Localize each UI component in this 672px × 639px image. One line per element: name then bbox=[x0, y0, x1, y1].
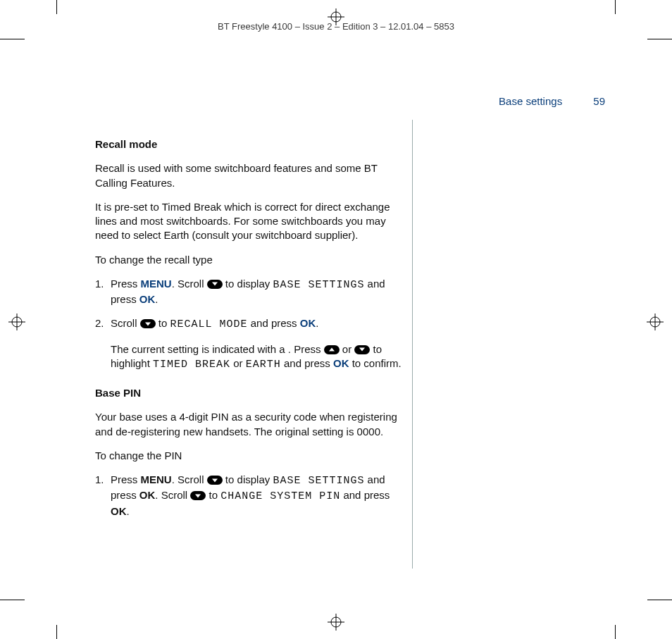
paragraph: To change the recall type bbox=[95, 253, 405, 267]
paragraph: It is pre-set to Timed Break which is co… bbox=[95, 200, 405, 243]
lcd-text: BASE SETTINGS bbox=[273, 279, 364, 291]
text: . Scroll bbox=[155, 489, 190, 501]
lcd-text: EARTH bbox=[246, 359, 281, 371]
text: . bbox=[127, 505, 130, 517]
crop-mark bbox=[647, 600, 672, 600]
registration-mark-icon bbox=[328, 614, 344, 631]
left-column: Recall mode Recall is used with some swi… bbox=[95, 137, 405, 528]
crop-mark bbox=[0, 39, 25, 39]
document-header: BT Freestyle 4100 – Issue 2 – Edition 3 … bbox=[0, 21, 672, 32]
key-ok: OK bbox=[111, 505, 127, 517]
lcd-text: TIMED BREAK bbox=[153, 359, 230, 371]
text: and press bbox=[340, 489, 390, 501]
key-ok: OK bbox=[139, 489, 156, 501]
text: . bbox=[316, 317, 318, 329]
text: to display bbox=[223, 278, 273, 290]
steps-pin: Press MENU. Scroll to display BASE SETTI… bbox=[95, 473, 405, 519]
crop-mark bbox=[647, 39, 672, 39]
registration-mark-icon bbox=[647, 314, 664, 330]
text: . Scroll bbox=[172, 473, 207, 485]
column-divider bbox=[412, 120, 413, 569]
step: Press MENU. Scroll to display BASE SETTI… bbox=[95, 473, 405, 519]
page-number: 59 bbox=[593, 95, 605, 107]
paragraph: To change the PIN bbox=[95, 449, 405, 463]
content-area: Recall mode Recall is used with some swi… bbox=[67, 120, 623, 597]
text: and press bbox=[248, 317, 300, 329]
crop-mark bbox=[615, 0, 616, 14]
text: or bbox=[230, 357, 246, 369]
crop-mark bbox=[56, 625, 57, 639]
down-arrow-key-icon bbox=[190, 491, 206, 500]
crop-mark bbox=[615, 625, 616, 639]
lcd-text: CHANGE SYSTEM PIN bbox=[220, 490, 340, 502]
text: Press bbox=[111, 473, 141, 485]
text: . Scroll bbox=[172, 278, 207, 290]
text: to bbox=[206, 489, 220, 501]
paragraph: The current setting is indicated with a … bbox=[111, 342, 405, 373]
up-arrow-key-icon bbox=[324, 345, 340, 354]
paragraph: Recall is used with some switchboard fea… bbox=[95, 161, 405, 190]
step: Scroll to RECALL MODE and press OK. The … bbox=[95, 316, 405, 372]
lcd-text: RECALL MODE bbox=[170, 318, 248, 330]
steps-recall: Press MENU. Scroll to display BASE SETTI… bbox=[95, 277, 405, 372]
running-head: Base settings 59 bbox=[499, 95, 605, 107]
key-ok: OK bbox=[139, 293, 156, 305]
down-arrow-key-icon bbox=[140, 319, 156, 328]
registration-mark-icon bbox=[8, 314, 25, 330]
heading-base-pin: Base PIN bbox=[95, 386, 405, 400]
page: BT Freestyle 4100 – Issue 2 – Edition 3 … bbox=[0, 0, 672, 639]
text: Press bbox=[111, 278, 141, 290]
lcd-text: BASE SETTINGS bbox=[273, 475, 364, 487]
paragraph: Your base uses a 4-digit PIN as a securi… bbox=[95, 410, 405, 439]
key-menu: MENU bbox=[141, 473, 172, 485]
text: to confirm. bbox=[349, 357, 402, 369]
text: or bbox=[340, 343, 355, 355]
down-arrow-key-icon bbox=[207, 476, 223, 485]
key-ok: OK bbox=[333, 357, 349, 369]
key-menu: MENU bbox=[141, 278, 172, 290]
text: Scroll bbox=[111, 317, 140, 329]
key-ok: OK bbox=[300, 317, 316, 329]
crop-mark bbox=[0, 600, 25, 600]
step: Press MENU. Scroll to display BASE SETTI… bbox=[95, 277, 405, 307]
down-arrow-key-icon bbox=[354, 345, 370, 354]
section-title: Base settings bbox=[499, 95, 562, 107]
crop-mark bbox=[56, 0, 57, 14]
text: and press bbox=[281, 357, 333, 369]
text: The current setting is indicated with a … bbox=[111, 343, 324, 355]
heading-recall-mode: Recall mode bbox=[95, 137, 405, 151]
text: to display bbox=[223, 473, 273, 485]
text: to bbox=[156, 317, 170, 329]
text: . bbox=[155, 293, 158, 305]
down-arrow-key-icon bbox=[207, 280, 223, 289]
